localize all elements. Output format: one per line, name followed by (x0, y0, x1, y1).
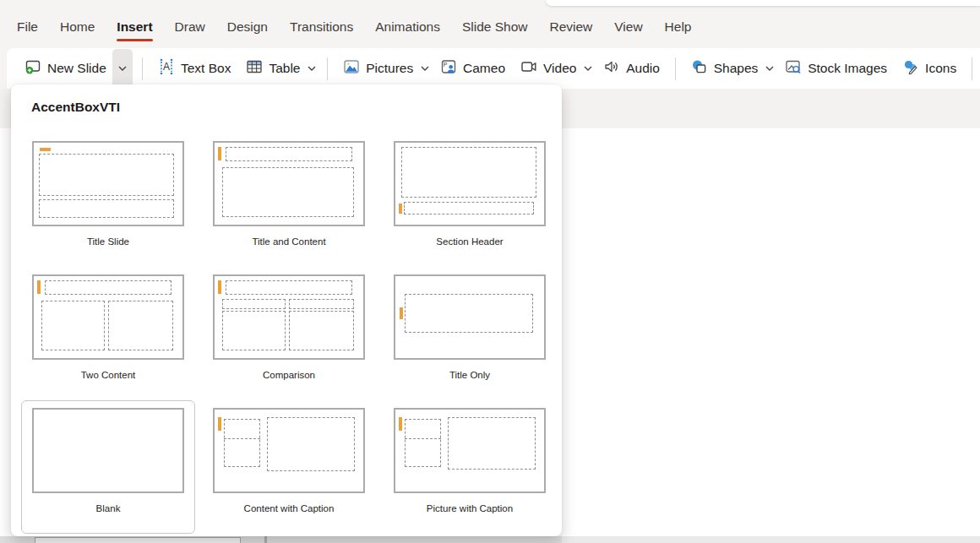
table-dropdown-chevron-icon[interactable] (304, 50, 319, 87)
stock-images-label: Stock Images (808, 61, 887, 76)
tab-transitions[interactable]: Transitions (279, 10, 364, 44)
bottom-edge-strip (0, 536, 980, 543)
tab-file[interactable]: File (6, 10, 49, 44)
app-chrome: File Home Insert Draw Design Transitions… (0, 0, 980, 89)
pictures-button[interactable]: Pictures (335, 50, 421, 87)
accent-bar (400, 307, 403, 319)
accent-bar (218, 280, 221, 294)
tab-home[interactable]: Home (49, 10, 106, 44)
placeholder-box (222, 299, 286, 309)
layout-thumbnail (394, 141, 546, 226)
toolbar-divider (142, 57, 143, 80)
layout-thumbnail (32, 408, 184, 493)
pictures-label: Pictures (366, 61, 413, 76)
new-slide-layout-gallery: AccentBoxVTI Title Slide Title and Conte… (11, 84, 562, 536)
ribbon-tab-bar: File Home Insert Draw Design Transitions… (0, 0, 980, 48)
shapes-dropdown-chevron-icon[interactable] (762, 50, 777, 87)
text-box-button[interactable]: A Text Box (150, 50, 238, 87)
audio-label: Audio (626, 61, 660, 76)
new-slide-icon (24, 58, 41, 79)
pictures-dropdown-chevron-icon[interactable] (417, 50, 433, 87)
text-box-label: Text Box (181, 61, 231, 76)
placeholder-box (224, 419, 260, 467)
tab-view[interactable]: View (603, 10, 653, 44)
video-label: Video (543, 61, 576, 76)
tab-insert[interactable]: Insert (106, 10, 163, 44)
layout-option-section-header[interactable]: Section Header (383, 133, 557, 267)
layout-thumbnail (394, 274, 546, 360)
tab-slide-show[interactable]: Slide Show (451, 10, 539, 44)
tab-slide-show-label: Slide Show (462, 19, 528, 34)
audio-icon (603, 58, 620, 79)
layout-option-title-only[interactable]: Title Only (383, 267, 557, 400)
caption-divider (405, 438, 441, 439)
placeholder-box (39, 199, 174, 218)
layout-option-content-with-caption[interactable]: Content with Caption (202, 400, 376, 534)
toolbar-divider (327, 57, 328, 80)
layout-option-title-and-content[interactable]: Title and Content (202, 133, 376, 267)
accent-bar (399, 417, 402, 431)
new-slide-button[interactable]: New Slide (17, 50, 114, 87)
layout-label: Blank (96, 503, 121, 513)
new-slide-dropdown-chevron-icon[interactable] (112, 49, 133, 88)
document-top-edge (35, 537, 241, 543)
shapes-icon (691, 58, 708, 79)
accent-bar (218, 147, 221, 160)
placeholder-box (39, 154, 174, 196)
top-right-panel-edge (546, 0, 980, 6)
layout-option-title-slide[interactable]: Title Slide (21, 133, 195, 267)
layout-option-comparison[interactable]: Comparison (202, 267, 376, 400)
layout-label: Two Content (81, 370, 136, 380)
layout-thumbnail (32, 274, 184, 360)
cameo-button[interactable]: P Cameo (433, 50, 513, 87)
layout-label: Picture with Caption (427, 503, 513, 513)
tab-draw-label: Draw (175, 19, 205, 34)
placeholder-box (222, 311, 286, 350)
layout-grid: Title Slide Title and Content Section He… (18, 133, 562, 534)
icons-label: Icons (925, 61, 956, 76)
layout-option-blank[interactable]: Blank (21, 400, 195, 534)
table-label: Table (269, 61, 300, 76)
layout-label: Title Only (449, 370, 490, 380)
placeholder-box (405, 419, 441, 467)
stock-images-icon (785, 58, 802, 79)
tab-animations[interactable]: Animations (364, 10, 451, 44)
text-box-icon: A (158, 58, 175, 79)
pane-divider (264, 536, 267, 543)
tab-help[interactable]: Help (654, 10, 703, 44)
table-button[interactable]: Table (238, 50, 308, 87)
video-button[interactable]: Video (513, 50, 584, 87)
svg-text:P: P (444, 62, 448, 68)
shapes-button[interactable]: Shapes (683, 50, 766, 87)
shapes-label: Shapes (714, 61, 759, 76)
placeholder-box (226, 147, 352, 161)
table-icon (246, 58, 263, 79)
tab-home-label: Home (60, 19, 95, 34)
layout-option-two-content[interactable]: Two Content (21, 267, 195, 400)
video-dropdown-chevron-icon[interactable] (580, 50, 596, 87)
icons-button[interactable]: Icons (895, 50, 964, 87)
audio-button[interactable]: Audio (596, 50, 667, 87)
tab-view-label: View (614, 19, 642, 34)
layout-thumbnail (394, 408, 546, 493)
layout-thumbnail (213, 141, 365, 226)
layout-thumbnail (32, 141, 184, 226)
svg-text:A: A (163, 61, 170, 73)
tab-help-label: Help (665, 19, 692, 34)
stock-images-button[interactable]: Stock Images (777, 50, 895, 87)
layout-option-picture-with-caption[interactable]: Picture with Caption (383, 400, 557, 534)
icons-icon (902, 58, 919, 79)
placeholder-box (289, 299, 354, 309)
tab-review[interactable]: Review (538, 10, 603, 44)
tab-design[interactable]: Design (216, 10, 279, 44)
placeholder-box (267, 417, 355, 471)
layout-thumbnail (213, 274, 365, 360)
tab-draw[interactable]: Draw (164, 10, 216, 44)
tab-review-label: Review (549, 19, 592, 34)
accent-bar (218, 417, 221, 431)
layout-label: Content with Caption (244, 503, 335, 513)
cameo-icon: P (440, 58, 457, 79)
accent-bar (37, 280, 41, 294)
placeholder-box (401, 147, 536, 198)
accent-bar (399, 204, 402, 214)
